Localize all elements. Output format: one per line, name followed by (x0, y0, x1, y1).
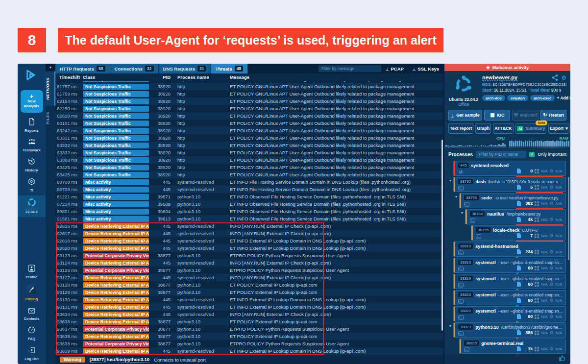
sidebar-item-profile[interactable]: Profile (18, 262, 46, 282)
get-sample-button[interactable]: ↓Get sample (448, 110, 482, 121)
only-important-checkbox[interactable]: ✓ (529, 152, 535, 157)
process-card[interactable]: 445systemd-resolved0N/A⚙N/A (453, 161, 566, 176)
process-card[interactable]: 38822systemctl--user --global is-enabled… (453, 306, 566, 321)
process-card[interactable]: 38794nautilus/tmp/newbeaver.py4kN/A⚙N/A (465, 209, 566, 224)
threat-row[interactable]: 93636 msDevice Retrieving External IP Ad… (55, 318, 443, 325)
add-tags-button[interactable]: + Add tags (557, 96, 570, 100)
tab-dns-requests[interactable]: DNS Requests31 (159, 64, 211, 73)
process-card[interactable]: 38819systemctl--user --global is-enabled… (453, 274, 566, 289)
threat-row[interactable]: 93638 msDevice Retrieving External IP Ad… (55, 333, 443, 340)
ssl-keys-download-button[interactable]: ↓SSL Keys (408, 64, 443, 73)
tab-network[interactable]: NETWORK (46, 72, 55, 106)
threat-row[interactable]: 63331 msNot Suspicious Traffic38920httpE… (55, 134, 443, 142)
graph-button[interactable]: Graph (475, 123, 491, 134)
threat-row[interactable]: 63425 msNot Suspicious Traffic38920httpE… (55, 171, 443, 178)
collapse-caret-icon[interactable]: ▾ (46, 64, 55, 72)
threat-row[interactable]: 93638 msPotential Corporate Privacy Viol… (55, 340, 443, 347)
threat-row[interactable]: 63425 msNot Suspicious Traffic38920httpE… (55, 164, 443, 171)
process-name-cell: http (172, 98, 224, 104)
process-list-scrollbar[interactable] (568, 177, 569, 260)
threat-row[interactable]: 93128 msDevice Retrieving External IP Ad… (55, 281, 443, 289)
threat-row[interactable]: 63332 msNot Suspicious Traffic38920httpE… (55, 149, 443, 156)
message-filter-input[interactable] (318, 65, 381, 72)
threat-row[interactable]: 93639 msDevice Retrieving External IP Ad… (55, 347, 443, 355)
threat-row[interactable]: 80709 msMisc activity445systemd-resolved… (55, 186, 443, 193)
sidebar-item-contacts[interactable]: Contacts (18, 304, 46, 324)
expand-arrow-icon[interactable]: ▾ (447, 177, 453, 192)
summary-button[interactable]: AISummarybeta (515, 123, 547, 134)
threat-row[interactable]: 63332 msNot Suspicious Traffic38920httpE… (55, 142, 443, 149)
sidebar-item-pricing[interactable]: Pricing (18, 282, 46, 304)
threat-row[interactable]: 62610 msNot Suspicious Traffic38920httpE… (55, 112, 443, 120)
process-card[interactable]: 38818systemctl--user --global is-enabled… (453, 258, 566, 273)
table-scrollbar[interactable] (441, 140, 443, 331)
tag-arch-exec[interactable]: arch-exec (530, 95, 555, 101)
threat-row[interactable]: 89801 msMisc activity39604python3.10ET I… (55, 208, 443, 215)
settings-gear-icon[interactable]: ⚙ (561, 75, 566, 81)
threat-row[interactable]: 92620 msDevice Retrieving External IP Ad… (55, 244, 443, 252)
expand-arrow-icon[interactable]: ▾ (453, 193, 459, 208)
process-card[interactable]: 38792dash/bin/sh -c "DISPLAY=:0 sudo -iu… (453, 177, 566, 192)
threat-row[interactable]: 62250 msNot Suspicious Traffic38920httpE… (55, 105, 443, 112)
threat-row[interactable]: 80708 msMisc activity445systemd-resolved… (55, 178, 443, 186)
tag-evasion[interactable]: evasion (507, 95, 528, 101)
sidebar-item-reports[interactable]: Reports (18, 116, 46, 136)
sidebar-item-ti[interactable]: TI (18, 175, 46, 195)
threat-row[interactable]: 93124 msDevice Retrieving External IP Ad… (55, 259, 443, 267)
threat-row[interactable]: 61757 msNot Suspicious Traffic38920httpE… (55, 83, 443, 90)
ioc-button[interactable]: ▦IOC (484, 110, 510, 121)
process-card[interactable]: 38795locale-checkC.UTF-87N/A⚙N/A (471, 225, 566, 241)
sidebar-item-history[interactable]: History (18, 155, 46, 175)
malconf-button[interactable]: ⚒MalConf (512, 110, 539, 121)
process-card[interactable]: 38793sudo-iu user nautilus /tmp/newbeave… (459, 193, 566, 208)
threat-row[interactable]: 87234 msMisc activity39589python3.10ET I… (55, 200, 443, 208)
sidebar-item-faq[interactable]: ?FAQ (18, 324, 46, 344)
threat-row[interactable]: 93128 msDevice Retrieving External IP Ad… (55, 289, 443, 296)
new-analysis-button[interactable]: +New analysis (21, 90, 43, 113)
process-card[interactable]: 38820systemctl--user --global is-enabled… (453, 290, 566, 305)
export-button[interactable]: Export▾ (548, 123, 569, 134)
threat-row[interactable]: 63101 msNot Suspicious Traffic38920httpE… (55, 120, 443, 127)
status-bar: Warning [38877] /usr/bin/python3.10 Conn… (55, 355, 443, 364)
restart-button[interactable]: ↻Restart (540, 110, 566, 121)
threat-row[interactable]: 92618 msDevice Retrieving External IP Ad… (55, 237, 443, 244)
tag-arch-doc[interactable]: arch-doc (482, 95, 505, 101)
expand-arrow-icon[interactable]: ▾ (447, 322, 453, 338)
threat-row[interactable]: 61759 msNot Suspicious Traffic38920httpE… (55, 90, 443, 97)
pcap-download-button[interactable]: ↓PCAP (381, 64, 408, 73)
sidebar-item-label: Reports (24, 128, 38, 133)
threat-row[interactable]: 93130 msDevice Retrieving External IP Ad… (55, 296, 443, 303)
threat-row[interactable]: 93127 msDevice Retrieving External IP Ad… (55, 274, 443, 281)
status-process-link[interactable]: [38877] /usr/bin/python3.10 (90, 357, 149, 363)
threat-row[interactable]: 92616 msDevice Retrieving External IP Ad… (55, 222, 443, 230)
sidebar-item-teamwork[interactable]: Teamwork (18, 136, 46, 155)
threat-row[interactable]: 93634 msDevice Retrieving External IP Ad… (55, 311, 443, 318)
tab-threats[interactable]: Threats48 (211, 64, 248, 73)
threat-row[interactable]: 93131 msDevice Retrieving External IP Ad… (55, 303, 443, 311)
threat-row[interactable]: 93126 msPotential Corporate Privacy Viol… (55, 267, 443, 274)
threat-row[interactable]: 63242 msNot Suspicious Traffic38920httpE… (55, 127, 443, 134)
expand-arrow-icon[interactable]: ▾ (459, 209, 465, 224)
threat-row[interactable]: 91581 msMisc activity39613python3.10ET I… (55, 215, 443, 222)
sidebar-item-22-04-2[interactable]: 22.04.2 (18, 195, 46, 217)
sidebar-item-log-out[interactable]: Log Out (18, 344, 46, 364)
threat-row[interactable]: 93637 msPotential Corporate Privacy Viol… (55, 325, 443, 333)
process-card[interactable]: 38810systemd-hostnamed234N/A⚙N/A (453, 242, 566, 257)
text-report-button[interactable]: Text report (448, 123, 473, 134)
tab-files[interactable]: FILES (46, 106, 55, 130)
threat-row[interactable]: 62154 msNot Suspicious Traffic38920httpE… (55, 97, 443, 105)
process-filter-input[interactable] (476, 151, 526, 158)
thumbs-up-icon[interactable] (559, 355, 565, 364)
tree-spacer (465, 225, 471, 241)
share-icon[interactable] (552, 74, 558, 81)
process-card[interactable]: 38823python3.10/usr/bin/python3 /usr/bin… (453, 322, 566, 338)
tab-http-requests[interactable]: HTTP Requests58 (55, 64, 110, 73)
threat-row[interactable]: 93123 msPotential Corporate Privacy Viol… (55, 252, 443, 259)
tab-connections[interactable]: Connections32 (110, 64, 159, 73)
threat-row[interactable]: 81221 msMisc activity39571python3.10ET I… (55, 193, 443, 200)
threat-row[interactable]: 63388 msNot Suspicious Traffic38920httpE… (55, 156, 443, 164)
threat-row[interactable]: 92617 msDevice Retrieving External IP Ad… (55, 230, 443, 237)
sample-name[interactable]: newbeaver.py (482, 74, 517, 81)
process-card[interactable]: 38825gnome-terminal.real1kN/A⚙N/A (459, 339, 566, 354)
att-ck-button[interactable]: ATT&CK (493, 123, 514, 134)
